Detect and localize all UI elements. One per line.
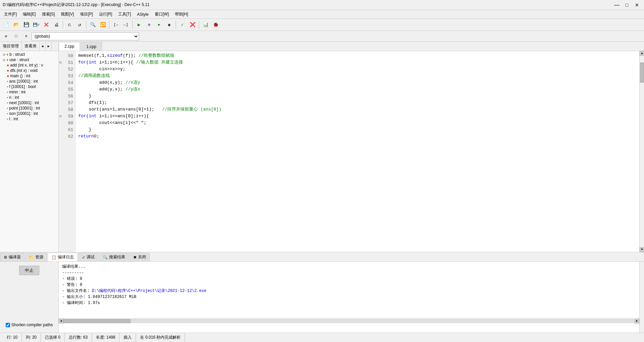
undo-button[interactable]: ⎌ xyxy=(65,20,74,30)
compile-run-button[interactable]: ▶ xyxy=(134,20,144,30)
redo-button[interactable]: ↺ xyxy=(75,20,84,30)
minimize-button[interactable]: — xyxy=(612,2,621,8)
code-editor: 50 51 52 53 54 55 56 57 58 59 60 61 62 m… xyxy=(59,51,644,252)
code-line-61: } xyxy=(78,126,637,133)
status-parse-time: 在 0.016 秒内完成解析 xyxy=(136,333,185,342)
globals-dropdown[interactable]: (globals) xyxy=(32,32,139,40)
compiler-left-panel: 中止 Shorten compiler paths xyxy=(0,262,59,333)
code-line-57: dfs(1); xyxy=(78,99,637,106)
scroll-thumb[interactable] xyxy=(63,319,131,323)
tab-class-browser[interactable]: 查看类 xyxy=(22,42,40,51)
output-time: - 编译时间: 1.97s xyxy=(62,300,636,306)
close-file-button[interactable]: ❌ xyxy=(42,20,51,30)
scrollbar-up-button[interactable]: ▲ xyxy=(640,51,644,56)
stop-button[interactable]: 中止 xyxy=(19,266,39,275)
menu-view[interactable]: 视图[V] xyxy=(58,11,77,18)
toolbar-sep3 xyxy=(109,21,109,29)
replace-button[interactable]: 🔁 xyxy=(98,20,107,30)
tab-project-manager[interactable]: 项目管理 xyxy=(0,42,22,51)
line-60: 60 xyxy=(59,120,75,126)
toolbar-sep5 xyxy=(176,21,176,29)
tb2-btn3[interactable]: ≡ xyxy=(21,32,31,41)
print-button[interactable]: 🖨 xyxy=(52,20,61,30)
tb2-btn1[interactable]: ⇄ xyxy=(1,32,11,41)
debug-button[interactable]: 🐞 xyxy=(211,20,220,30)
tree-item-n[interactable]: ▪ n : int xyxy=(0,95,58,100)
tab-2cpp[interactable]: 2.cpp xyxy=(59,42,80,51)
find-button[interactable]: 🔍 xyxy=(88,20,97,30)
compile-button[interactable]: ⚙ xyxy=(144,20,154,30)
indent-button[interactable]: [→ xyxy=(111,20,121,30)
tree-item-dfs[interactable]: ● dfs (int x) : void xyxy=(0,68,58,73)
debug-icon: ✓ xyxy=(82,255,85,260)
line-61: 61 xyxy=(59,126,75,133)
new-button[interactable]: 📄 xyxy=(1,20,11,30)
menu-search[interactable]: 搜索[S] xyxy=(39,11,58,18)
tree-item-f[interactable]: ▪ f [10001] : bool xyxy=(0,84,58,89)
status-selected: 已选择 0 xyxy=(41,333,65,342)
check-button[interactable]: ✓ xyxy=(178,20,187,30)
tree-item-use-struct[interactable]: ⊖ ♦ use : struct xyxy=(0,57,58,62)
menu-project[interactable]: 项目[P] xyxy=(77,11,96,18)
toolbar2: ⇄ □ ≡ (globals) xyxy=(0,31,644,42)
menu-astyle[interactable]: AStyle xyxy=(134,11,151,17)
menu-window[interactable]: 窗口[W] xyxy=(152,11,172,18)
tab-search-results[interactable]: 🔍 搜索结果 xyxy=(99,253,129,261)
bottom-tab-bar: ⚙ 编译器 📁 资源 📋 编译日志 ✓ 调试 🔍 搜索结果 ✖ 关闭 xyxy=(0,252,644,262)
tree-item-next[interactable]: ▪ next [10001] : int xyxy=(0,100,58,105)
open-button[interactable]: 📂 xyxy=(11,20,21,30)
code-line-50: memset(f,1,sizeof(f)); //给整数数组赋值 xyxy=(78,52,637,59)
shorten-paths-label[interactable]: Shorten compiler paths xyxy=(11,323,53,327)
horizontal-scrollbar[interactable]: ◄ ► xyxy=(59,318,639,323)
scroll-left-btn[interactable]: ◄ xyxy=(59,319,63,324)
menu-help[interactable]: 帮助[H] xyxy=(172,11,191,18)
tree-item-point[interactable]: ▪ point [10001] : int xyxy=(0,105,58,111)
tab-resources[interactable]: 📁 资源 xyxy=(25,253,47,261)
stop-button[interactable]: ❌ xyxy=(188,20,197,30)
code-content[interactable]: memset(f,1,sizeof(f)); //给整数数组赋值 for(int… xyxy=(76,51,639,252)
resource-icon: 📁 xyxy=(29,255,34,260)
run-button[interactable]: ► xyxy=(154,20,164,30)
menu-edit[interactable]: 编辑[E] xyxy=(20,11,39,18)
multi-compile-button[interactable]: ▦ xyxy=(165,20,174,30)
editor-vertical-scrollbar[interactable]: ▲ ▼ xyxy=(639,51,644,252)
toolbar-sep2 xyxy=(86,21,86,29)
menubar: 文件[F] 编辑[E] 搜索[S] 视图[V] 项目[P] 运行[R] 工具[T… xyxy=(0,10,644,19)
menu-tools[interactable]: 工具[T] xyxy=(116,11,134,18)
menu-file[interactable]: 文件[F] xyxy=(1,11,19,18)
maximize-button[interactable]: □ xyxy=(623,2,631,8)
tree-item-t[interactable]: ▪ t : int xyxy=(0,116,58,122)
left-tab-prev[interactable]: ◄ xyxy=(40,42,46,51)
menu-run[interactable]: 运行[R] xyxy=(96,11,115,18)
unindent-button[interactable]: ←] xyxy=(121,20,131,30)
tab-debug[interactable]: ✓ 调试 xyxy=(78,253,98,261)
scrollbar-down-button[interactable]: ▼ xyxy=(640,247,644,252)
compiler-vertical-scrollbar[interactable] xyxy=(639,262,644,333)
scrollbar-track[interactable] xyxy=(640,56,644,247)
save-button[interactable]: 💾 xyxy=(21,20,31,30)
tree-item-son[interactable]: ▪ son [10001] : int xyxy=(0,111,58,116)
tree-item-add[interactable]: ● add (int x, int y) : v xyxy=(0,62,58,68)
left-tab-next[interactable]: ► xyxy=(46,42,52,51)
tab-compile-log[interactable]: 📋 编译日志 xyxy=(48,253,78,261)
close-button[interactable]: ✕ xyxy=(633,2,641,8)
tab-close[interactable]: ✖ 关闭 xyxy=(130,253,150,261)
compile-icon: ⚙ xyxy=(4,255,7,260)
tab-compiler[interactable]: ⚙ 编译器 xyxy=(0,253,25,261)
output-filename: - 输出文件名: D:\编程代码\程序\C++\Project\记录\2021-… xyxy=(62,288,636,294)
save-all-button[interactable]: 💾✓ xyxy=(32,20,41,30)
scrollbar-thumb[interactable] xyxy=(640,62,644,83)
tree-item-main[interactable]: ● main () : int xyxy=(0,73,58,79)
code-line-59: for(int i=1;i<=ans[0];i++){ xyxy=(78,113,637,120)
tb2-btn2[interactable]: □ xyxy=(11,32,21,41)
tree-item-b-struct[interactable]: ⊖ ♦ b : struct xyxy=(0,52,58,57)
titlebar: D:\编程代码\程序\C++\Project\记录\2021-12-12\2.c… xyxy=(0,0,644,10)
tab-1cpp[interactable]: 1.cpp xyxy=(81,42,102,51)
scroll-track[interactable] xyxy=(63,319,635,323)
line-55: 55 xyxy=(59,86,75,93)
tree-item-minn[interactable]: ▪ minn : int xyxy=(0,89,58,95)
shorten-paths-checkbox[interactable] xyxy=(6,323,10,327)
chart-button[interactable]: 📊 xyxy=(201,20,210,30)
scroll-right-btn[interactable]: ► xyxy=(635,319,639,324)
tree-item-ans[interactable]: ▪ ans [10001] : int xyxy=(0,79,58,84)
